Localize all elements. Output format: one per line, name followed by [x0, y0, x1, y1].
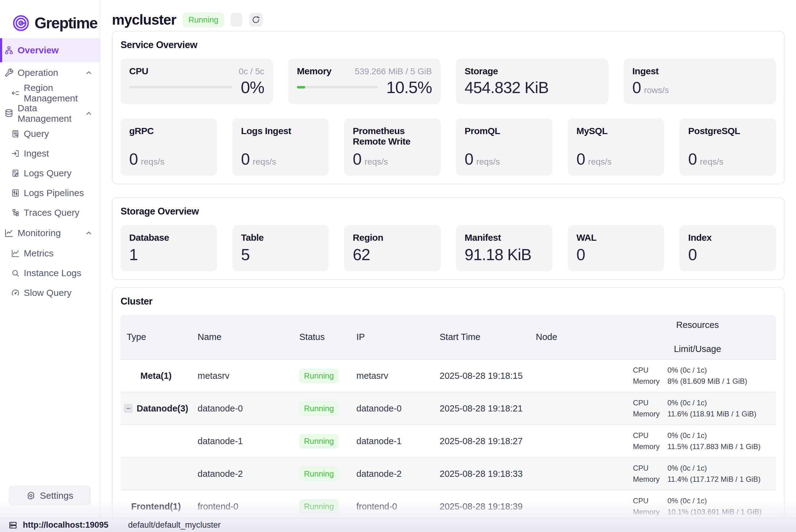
refresh-button[interactable]: [249, 13, 263, 26]
storage-value: 454.832 KiB: [465, 78, 600, 97]
sidebar-nav: Overview Operation Region Management: [0, 38, 99, 486]
ingest-arrow-icon: [11, 149, 20, 158]
current-database: default/default_mycluster: [128, 520, 221, 530]
sidebar-item-metrics[interactable]: Metrics: [0, 244, 99, 263]
cpu-label: CPU: [129, 66, 148, 76]
database-icon: [4, 109, 14, 118]
index-card: Index 0: [680, 225, 776, 271]
cpu-limit: 0c / 5c: [239, 66, 264, 76]
logs-ingest-card: Logs Ingest 0reqs/s: [232, 118, 329, 176]
sidebar-item-ingest[interactable]: Ingest: [0, 144, 99, 163]
sidebar-item-label: Ingest: [24, 148, 49, 159]
col-start-time: Start Time: [433, 332, 530, 342]
prometheus-remote-write-card: Prometheus Remote Write 0reqs/s: [344, 118, 440, 176]
table-row-datanode-0: − Datanode(3) datanode-0 Running datanod…: [120, 392, 776, 425]
col-type: Type: [120, 332, 191, 342]
cpu-percent: 0%: [241, 78, 264, 97]
col-status: Status: [293, 332, 350, 342]
page-header: mycluster Running: [100, 0, 796, 31]
table-row-frontend-0: Frontend(1) frontend-0 Running frontend-…: [120, 490, 776, 518]
sitemap-icon: [4, 45, 14, 55]
server-url: http://localhost:19095: [23, 520, 109, 530]
settings-label: Settings: [40, 490, 73, 501]
ingest-value: 0rows/s: [632, 78, 767, 97]
storage-cards: Database 1 Table 5 Region 62 Manifest 91…: [120, 225, 776, 271]
sidebar-item-logs-query[interactable]: Logs Query: [0, 163, 99, 183]
col-node: Node: [530, 332, 619, 342]
sidebar-item-instance-logs[interactable]: Instance Logs: [0, 263, 99, 283]
sidebar-group-data-management[interactable]: Data Management: [0, 103, 99, 124]
brand-name: Greptime: [35, 14, 97, 32]
grpc-card: gRPC 0reqs/s: [120, 118, 217, 176]
cluster-title: mycluster: [112, 12, 176, 28]
mysql-card: MySQL 0reqs/s: [568, 118, 664, 176]
cluster-status-badge: Running: [183, 12, 224, 27]
sidebar-item-logs-pipelines[interactable]: Logs Pipelines: [0, 183, 99, 203]
search-icon: [11, 269, 20, 278]
sidebar: Greptime Overview Operation: [0, 0, 100, 518]
chevron-up-icon: [85, 110, 93, 117]
sidebar-item-label: Data Management: [18, 103, 81, 124]
table-row-datanode-1: datanode-1 Running datanode-1 2025-08-28…: [120, 425, 776, 458]
sidebar-item-traces-query[interactable]: Traces Query: [0, 203, 99, 223]
storage-label: Storage: [465, 66, 600, 76]
sidebar-item-overview[interactable]: Overview: [0, 38, 99, 62]
speedometer-icon: [11, 288, 20, 297]
collapse-datanode-button[interactable]: −: [124, 404, 133, 413]
table-row-meta: Meta(1) metasrv Running metasrv 2025-08-…: [120, 360, 776, 392]
service-overview-title: Service Overview: [120, 39, 776, 51]
metrics-chart-icon: [11, 249, 20, 258]
cluster-panel: Cluster Type Name Status IP Start Time N…: [112, 287, 784, 518]
document-search-icon: [11, 130, 20, 138]
storage-overview-title: Storage Overview: [120, 206, 776, 217]
memory-card: Memory 539.266 MiB / 5 GiB 10.5%: [288, 59, 440, 104]
ingest-label: Ingest: [632, 66, 767, 76]
manifest-card: Manifest 91.18 KiB: [456, 225, 552, 271]
app-window: Greptime Overview Operation: [0, 0, 796, 518]
sidebar-item-label: Region Management: [24, 82, 99, 103]
sidebar-item-label: Instance Logs: [24, 268, 81, 278]
sidebar-item-query[interactable]: Query: [0, 124, 99, 144]
status-badge: Running: [299, 499, 339, 514]
status-badge: Running: [299, 467, 339, 481]
region-merge-icon: [11, 89, 20, 97]
chevron-up-icon: [85, 69, 93, 77]
sidebar-item-label: Query: [24, 129, 49, 139]
service-gauge-cards: CPU 0c / 5c 0% Memory 539.266 MiB / 5 Gi…: [120, 59, 776, 104]
sidebar-item-label: Overview: [18, 45, 59, 56]
status-badge: Running: [299, 369, 339, 383]
sidebar-item-label: Logs Query: [24, 168, 72, 178]
chevron-up-icon: [85, 229, 93, 237]
storage-overview-panel: Storage Overview Database 1 Table 5 Regi…: [112, 197, 784, 280]
sidebar-item-slow-query[interactable]: Slow Query: [0, 283, 99, 303]
memory-limit: 539.266 MiB / 5 GiB: [355, 66, 432, 76]
sidebar-item-label: Monitoring: [18, 228, 61, 238]
database-card: Database 1: [120, 225, 217, 271]
server-icon: [8, 521, 17, 530]
sidebar-item-label: Slow Query: [24, 288, 72, 298]
settings-button[interactable]: Settings: [8, 486, 91, 506]
sidebar-item-label: Traces Query: [24, 207, 79, 218]
sidebar-item-label: Operation: [18, 68, 58, 78]
region-card: Region 62: [344, 225, 440, 271]
main-content: mycluster Running Service Overview CPU 0…: [100, 0, 796, 518]
sidebar-group-operation[interactable]: Operation: [0, 62, 99, 83]
cluster-table-header: Type Name Status IP Start Time Node Reso…: [120, 315, 776, 360]
memory-progress-bar: [297, 86, 378, 89]
col-resources: Resources Limit/Usage: [619, 315, 776, 359]
status-bar: http://localhost:19095 default/default_m…: [0, 518, 796, 532]
sidebar-item-region-management[interactable]: Region Management: [0, 83, 99, 103]
wal-card: WAL 0: [568, 225, 664, 271]
ingest-card: Ingest 0rows/s: [624, 59, 776, 104]
cpu-card: CPU 0c / 5c 0%: [120, 59, 273, 104]
cluster-action-button[interactable]: [231, 13, 242, 26]
sidebar-group-monitoring[interactable]: Monitoring: [0, 223, 99, 244]
cluster-section-title: Cluster: [120, 296, 776, 307]
cpu-progress-bar: [129, 86, 232, 89]
cluster-table: Type Name Status IP Start Time Node Reso…: [120, 315, 776, 518]
chart-line-icon: [4, 228, 14, 238]
sidebar-item-label: Metrics: [24, 248, 54, 259]
col-ip: IP: [350, 332, 433, 342]
status-badge: Running: [299, 434, 339, 449]
table-row-datanode-2: datanode-2 Running datanode-2 2025-08-28…: [120, 458, 776, 490]
